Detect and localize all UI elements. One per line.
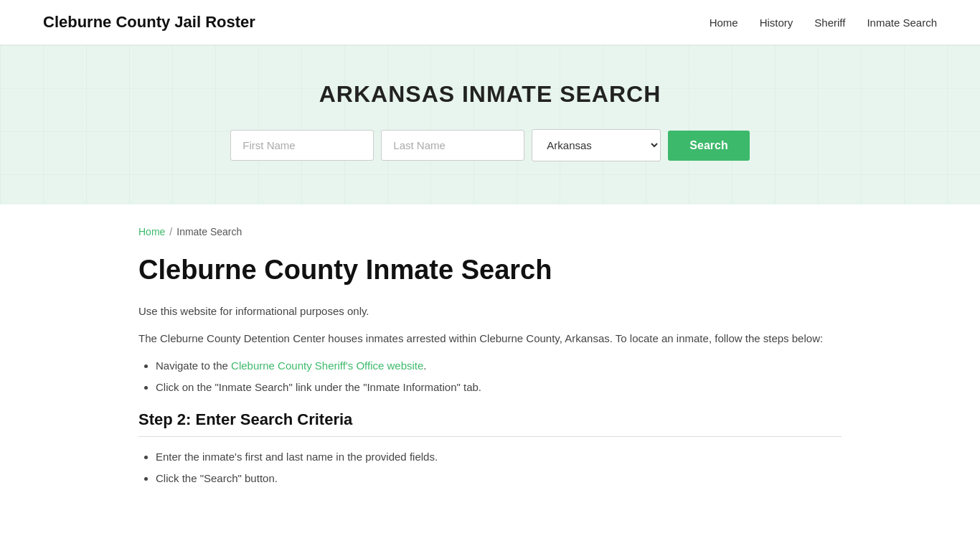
hero-section: ARKANSAS INMATE SEARCH ArkansasAlabamaAl… bbox=[0, 45, 980, 204]
site-header: Cleburne County Jail Roster Home History… bbox=[0, 0, 980, 45]
sheriffs-office-link[interactable]: Cleburne County Sheriff's Office website bbox=[231, 359, 423, 372]
state-select[interactable]: ArkansasAlabamaAlaskaArizonaCaliforniaCo… bbox=[532, 129, 661, 161]
list-item: Click on the "Inmate Search" link under … bbox=[156, 379, 842, 396]
nav-history[interactable]: History bbox=[760, 17, 793, 29]
first-name-input[interactable] bbox=[230, 130, 374, 161]
step2-bullet-list: Enter the inmate's first and last name i… bbox=[156, 448, 842, 487]
hero-title: ARKANSAS INMATE SEARCH bbox=[14, 81, 966, 108]
nav-home[interactable]: Home bbox=[710, 17, 738, 29]
list-item-text: Enter the inmate's first and last name i… bbox=[156, 451, 438, 463]
breadcrumb: Home / Inmate Search bbox=[138, 226, 842, 237]
list-item: Enter the inmate's first and last name i… bbox=[156, 448, 842, 466]
list-item: Click the "Search" button. bbox=[156, 470, 842, 487]
step1-bullet-list: Navigate to the Cleburne County Sheriff'… bbox=[156, 357, 842, 396]
list-item-text: Click on the "Inmate Search" link under … bbox=[156, 381, 481, 393]
breadcrumb-home[interactable]: Home bbox=[138, 226, 165, 237]
nav-sheriff[interactable]: Sheriff bbox=[814, 17, 845, 29]
site-title: Cleburne County Jail Roster bbox=[43, 13, 255, 32]
breadcrumb-separator: / bbox=[169, 226, 172, 237]
list-item-text: Navigate to the Cleburne County Sheriff'… bbox=[156, 359, 427, 372]
nav-inmate-search[interactable]: Inmate Search bbox=[867, 17, 937, 29]
page-title: Cleburne County Inmate Search bbox=[138, 255, 842, 286]
main-nav: Home History Sheriff Inmate Search bbox=[710, 17, 937, 29]
main-content: Home / Inmate Search Cleburne County Inm… bbox=[95, 204, 885, 530]
search-button[interactable]: Search bbox=[668, 131, 749, 161]
step2-heading: Step 2: Enter Search Criteria bbox=[138, 410, 842, 437]
last-name-input[interactable] bbox=[381, 130, 524, 161]
intro-paragraph-1: Use this website for informational purpo… bbox=[138, 303, 842, 320]
search-form: ArkansasAlabamaAlaskaArizonaCaliforniaCo… bbox=[14, 129, 966, 161]
intro-paragraph-2: The Cleburne County Detention Center hou… bbox=[138, 330, 842, 347]
list-item-text: Click the "Search" button. bbox=[156, 472, 278, 484]
breadcrumb-current: Inmate Search bbox=[176, 226, 242, 237]
list-item: Navigate to the Cleburne County Sheriff'… bbox=[156, 357, 842, 375]
